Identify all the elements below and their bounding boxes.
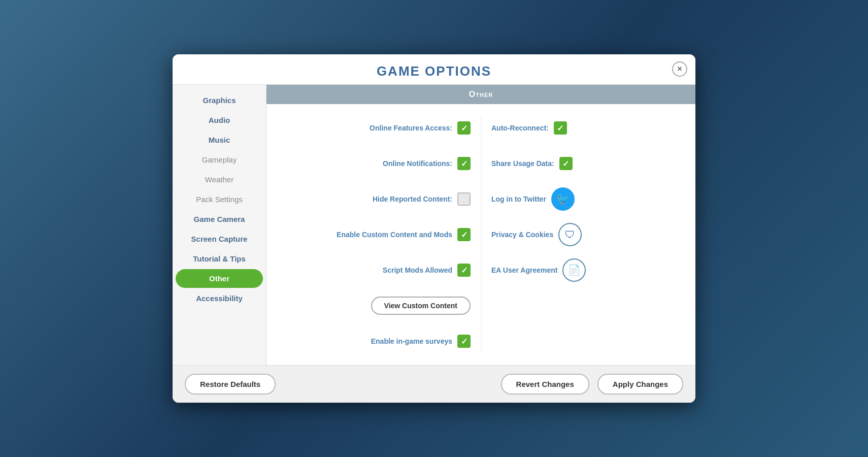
enable-custom-label: Enable Custom Content and Mods — [337, 230, 452, 239]
hide-reported-checkbox[interactable] — [457, 192, 471, 206]
option-ea-user-agreement: EA User Agreement 📄 — [491, 258, 681, 282]
online-notifications-checkbox[interactable] — [457, 157, 471, 170]
share-usage-label: Share Usage Data: — [491, 159, 554, 168]
auto-reconnect-checkbox[interactable] — [554, 121, 567, 135]
sidebar-item-accessibility[interactable]: Accessibility — [176, 289, 263, 308]
game-options-dialog: Game Options × Graphics Audio Music Game… — [173, 54, 695, 403]
sidebar-item-game-camera[interactable]: Game Camera — [176, 210, 263, 228]
close-button[interactable]: × — [672, 61, 687, 77]
sidebar: Graphics Audio Music Gameplay Weather Pa… — [173, 85, 266, 365]
restore-defaults-button[interactable]: Restore Defaults — [185, 374, 276, 395]
view-custom-row: View Custom Content — [281, 294, 471, 317]
option-hide-reported: Hide Reported Content: — [281, 187, 471, 211]
main-content: Other Online Features Access: Online Not… — [266, 85, 695, 365]
sidebar-item-other[interactable]: Other — [176, 269, 263, 288]
apply-changes-button[interactable]: Apply Changes — [597, 374, 683, 395]
option-script-mods: Script Mods Allowed — [281, 258, 471, 282]
ea-user-agreement-label: EA User Agreement — [491, 266, 557, 275]
sidebar-item-gameplay[interactable]: Gameplay — [176, 150, 263, 169]
sidebar-item-screen-capture[interactable]: Screen Capture — [176, 230, 263, 248]
hide-reported-label: Hide Reported Content: — [373, 194, 452, 204]
option-auto-reconnect: Auto-Reconnect: — [491, 116, 681, 140]
script-mods-checkbox[interactable] — [457, 264, 471, 277]
dialog-header: Game Options × — [173, 54, 695, 85]
twitter-button[interactable]: 🐦 — [551, 187, 575, 211]
share-usage-checkbox[interactable] — [559, 157, 573, 170]
sidebar-item-audio[interactable]: Audio — [176, 111, 263, 129]
section-header: Other — [266, 85, 695, 104]
sidebar-item-music[interactable]: Music — [176, 130, 263, 149]
online-features-checkbox[interactable] — [457, 121, 471, 135]
sidebar-item-pack-settings[interactable]: Pack Settings — [176, 190, 263, 209]
privacy-cookies-button[interactable]: 🛡 — [558, 223, 582, 246]
option-enable-custom: Enable Custom Content and Mods — [281, 223, 471, 246]
online-features-label: Online Features Access: — [370, 123, 452, 133]
enable-surveys-checkbox[interactable] — [457, 335, 471, 348]
option-online-features: Online Features Access: — [281, 116, 471, 140]
revert-changes-button[interactable]: Revert Changes — [501, 374, 589, 395]
option-privacy-cookies: Privacy & Cookies 🛡 — [491, 223, 681, 246]
sidebar-item-tutorial-tips[interactable]: Tutorial & Tips — [176, 249, 263, 268]
auto-reconnect-label: Auto-Reconnect: — [491, 123, 549, 133]
enable-custom-checkbox[interactable] — [457, 228, 471, 241]
dialog-footer: Restore Defaults Revert Changes Apply Ch… — [173, 365, 695, 403]
option-enable-surveys: Enable in-game surveys — [281, 330, 471, 353]
ea-user-agreement-button[interactable]: 📄 — [562, 258, 586, 282]
right-options: Auto-Reconnect: Share Usage Data: Log in… — [481, 116, 681, 353]
option-online-notifications: Online Notifications: — [281, 152, 471, 175]
left-options: Online Features Access: Online Notificat… — [281, 116, 481, 353]
dialog-title: Game Options — [377, 63, 491, 79]
footer-right-buttons: Revert Changes Apply Changes — [501, 374, 683, 395]
option-share-usage: Share Usage Data: — [491, 152, 681, 175]
sidebar-item-graphics[interactable]: Graphics — [176, 91, 263, 110]
script-mods-label: Script Mods Allowed — [383, 266, 452, 275]
dialog-body: Graphics Audio Music Gameplay Weather Pa… — [173, 85, 695, 365]
view-custom-button[interactable]: View Custom Content — [371, 297, 471, 315]
enable-surveys-label: Enable in-game surveys — [371, 337, 452, 346]
privacy-cookies-label: Privacy & Cookies — [491, 230, 553, 239]
online-notifications-label: Online Notifications: — [383, 159, 452, 168]
sidebar-item-weather[interactable]: Weather — [176, 170, 263, 189]
log-twitter-label: Log in to Twitter — [491, 194, 546, 204]
option-log-twitter: Log in to Twitter 🐦 — [491, 187, 681, 211]
options-area: Online Features Access: Online Notificat… — [281, 116, 681, 353]
